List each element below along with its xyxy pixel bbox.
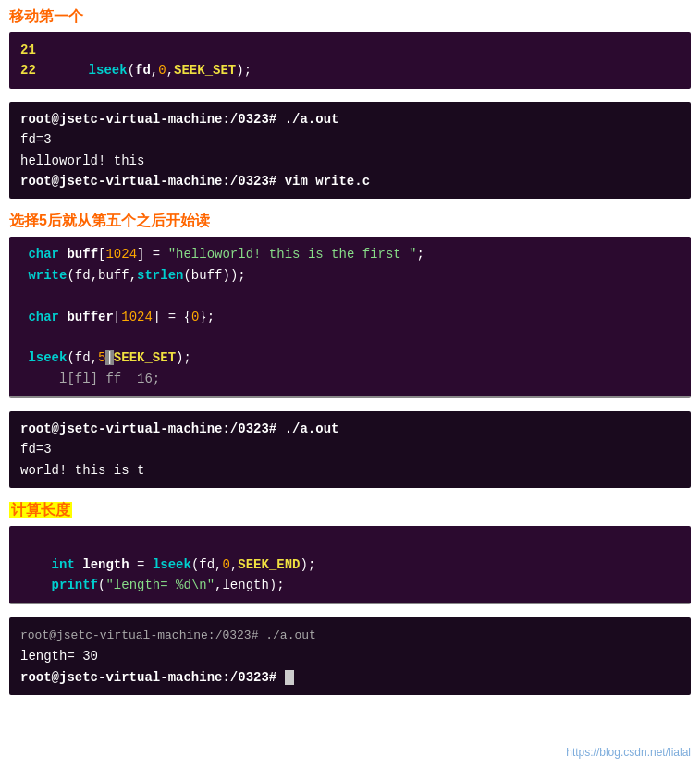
section2-terminal: root@jsetc-virtual-machine:/0323# ./a.ou… (9, 411, 691, 488)
section1: 移动第一个 21 22 lseek(fd,0,SEEK_SET); root@j… (9, 7, 691, 199)
section3-terminal: root@jsetc-virtual-machine:/0323# ./a.ou… (9, 617, 691, 695)
section1-code: 21 22 lseek(fd,0,SEEK_SET); (9, 32, 691, 89)
section2: 选择5后就从第五个之后开始读 char buff[1024] = "hellow… (9, 212, 691, 488)
section2-title: 选择5后就从第五个之后开始读 (9, 212, 691, 231)
section3: 计算长度 int length = lseek(fd,0,SEEK_END); … (9, 501, 691, 695)
section1-title: 移动第一个 (9, 7, 691, 27)
section3-title: 计算长度 (9, 501, 691, 520)
section1-terminal: root@jsetc-virtual-machine:/0323# ./a.ou… (9, 102, 691, 200)
section3-code: int length = lseek(fd,0,SEEK_END); print… (9, 526, 691, 604)
watermark: https://blog.csdn.net/lialal (566, 746, 691, 759)
section3-title-text: 计算长度 (9, 502, 72, 518)
section2-code: char buff[1024] = "helloworld! this is t… (9, 237, 691, 398)
page-container: 移动第一个 21 22 lseek(fd,0,SEEK_SET); root@j… (0, 0, 700, 715)
